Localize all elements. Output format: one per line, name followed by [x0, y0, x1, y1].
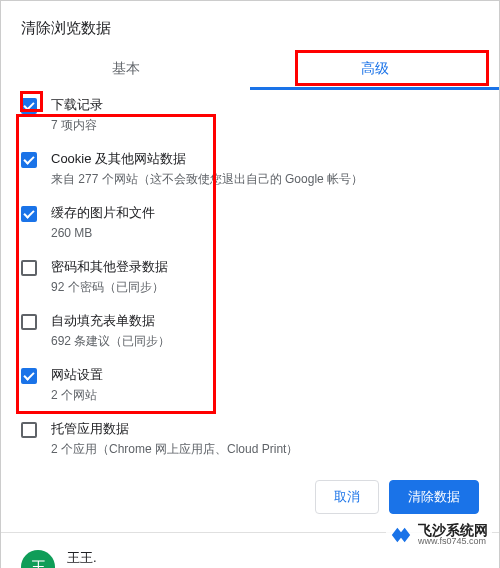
- profile-name: 王王.: [67, 549, 110, 567]
- option-desc: 来自 277 个网站（这不会致使您退出自己的 Google 帐号）: [51, 170, 479, 188]
- option-desc: 692 条建议（已同步）: [51, 332, 479, 350]
- option-autofill: 自动填充表单数据 692 条建议（已同步）: [21, 304, 479, 358]
- option-desc: 260 MB: [51, 224, 479, 242]
- dialog-title: 清除浏览数据: [1, 1, 499, 50]
- watermark-text: 飞沙系统网 www.fs0745.com: [418, 523, 488, 546]
- avatar-letter: 王: [31, 558, 46, 569]
- option-desc: 7 项内容: [51, 116, 479, 134]
- clear-button[interactable]: 清除数据: [389, 480, 479, 514]
- tabs: 基本 高级: [1, 50, 499, 90]
- checkbox-site-settings[interactable]: [21, 368, 37, 384]
- option-cookies: Cookie 及其他网站数据 来自 277 个网站（这不会致使您退出自己的 Go…: [21, 142, 479, 196]
- option-site-settings: 网站设置 2 个网站: [21, 358, 479, 412]
- option-title: 网站设置: [51, 366, 479, 384]
- option-desc: 2 个网站: [51, 386, 479, 404]
- option-desc: 92 个密码（已同步）: [51, 278, 479, 296]
- profile-text: 王王. 同步到 .: [67, 549, 110, 568]
- option-passwords: 密码和其他登录数据 92 个密码（已同步）: [21, 250, 479, 304]
- avatar: 王: [21, 550, 55, 568]
- tab-basic[interactable]: 基本: [1, 50, 250, 90]
- checkbox-cached[interactable]: [21, 206, 37, 222]
- option-download-history: 下载记录 7 项内容: [21, 90, 479, 142]
- option-title: 密码和其他登录数据: [51, 258, 479, 276]
- watermark-icon: [390, 524, 412, 546]
- checkbox-download-history[interactable]: [21, 98, 37, 114]
- options-list: 下载记录 7 项内容 Cookie 及其他网站数据 来自 277 个网站（这不会…: [1, 90, 499, 466]
- watermark-title: 飞沙系统网: [418, 523, 488, 537]
- option-cached: 缓存的图片和文件 260 MB: [21, 196, 479, 250]
- checkbox-autofill[interactable]: [21, 314, 37, 330]
- option-title: 托管应用数据: [51, 420, 479, 438]
- option-title: 下载记录: [51, 96, 479, 114]
- option-hosted-apps: 托管应用数据 2 个应用（Chrome 网上应用店、Cloud Print）: [21, 412, 479, 466]
- option-title: 缓存的图片和文件: [51, 204, 479, 222]
- checkbox-cookies[interactable]: [21, 152, 37, 168]
- option-title: 自动填充表单数据: [51, 312, 479, 330]
- watermark: 飞沙系统网 www.fs0745.com: [386, 521, 492, 548]
- option-title: Cookie 及其他网站数据: [51, 150, 479, 168]
- option-desc: 2 个应用（Chrome 网上应用店、Cloud Print）: [51, 440, 479, 458]
- clear-browsing-dialog: 清除浏览数据 基本 高级 下载记录 7 项内容 Cookie 及其他网站数据 来…: [0, 0, 500, 568]
- checkbox-hosted-apps[interactable]: [21, 422, 37, 438]
- watermark-url: www.fs0745.com: [418, 537, 488, 546]
- tab-advanced[interactable]: 高级: [250, 50, 499, 90]
- checkbox-passwords[interactable]: [21, 260, 37, 276]
- cancel-button[interactable]: 取消: [315, 480, 379, 514]
